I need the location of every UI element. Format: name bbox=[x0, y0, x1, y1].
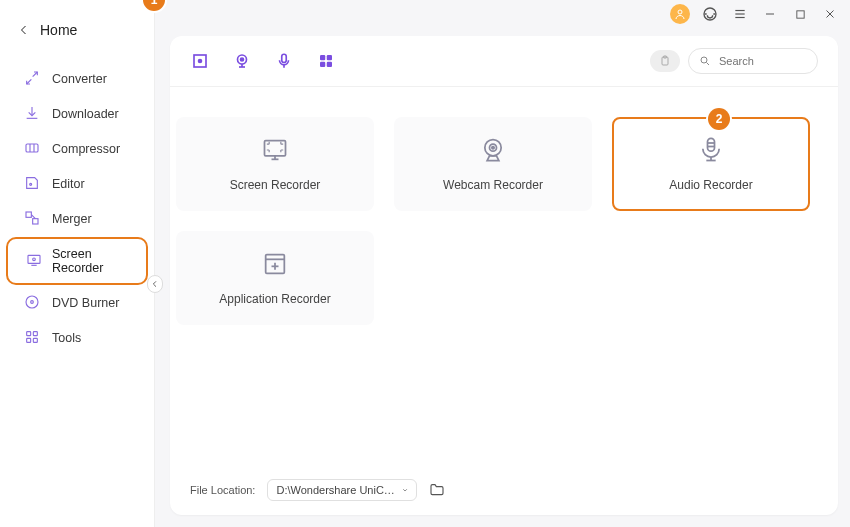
card-application-recorder[interactable]: Application Recorder bbox=[176, 231, 374, 325]
sidebar-item-converter[interactable]: Converter bbox=[6, 62, 148, 96]
home-label: Home bbox=[40, 22, 77, 38]
svg-rect-16 bbox=[33, 219, 38, 224]
sidebar: Home Converter Downloader Compressor Edi… bbox=[0, 0, 155, 527]
support-icon[interactable] bbox=[700, 4, 720, 24]
svg-line-17 bbox=[31, 215, 35, 219]
annotation-badge-2: 2 bbox=[708, 108, 730, 130]
close-icon[interactable] bbox=[820, 4, 840, 24]
file-location-select[interactable]: D:\Wondershare UniConverter 1 bbox=[267, 479, 417, 501]
sidebar-item-label: Tools bbox=[52, 331, 81, 345]
svg-point-0 bbox=[678, 10, 682, 14]
avatar-icon[interactable] bbox=[670, 4, 690, 24]
card-webcam-recorder[interactable]: Webcam Recorder bbox=[394, 117, 592, 211]
converter-icon bbox=[24, 70, 42, 88]
sidebar-item-label: Compressor bbox=[52, 142, 120, 156]
compress-icon bbox=[24, 140, 42, 158]
card-label: Screen Recorder bbox=[230, 178, 321, 192]
svg-point-19 bbox=[33, 258, 36, 261]
sidebar-item-label: Editor bbox=[52, 177, 85, 191]
search-box[interactable] bbox=[688, 48, 818, 74]
svg-point-14 bbox=[30, 183, 32, 185]
sidebar-item-label: Screen Recorder bbox=[52, 247, 128, 275]
footer: File Location: D:\Wondershare UniConvert… bbox=[190, 479, 445, 501]
svg-rect-36 bbox=[327, 55, 332, 60]
sidebar-item-screen-recorder[interactable]: Screen Recorder bbox=[6, 237, 148, 285]
card-audio-recorder[interactable]: 2 Audio Recorder bbox=[612, 117, 810, 211]
svg-line-10 bbox=[27, 79, 32, 84]
svg-rect-37 bbox=[320, 62, 325, 67]
svg-point-41 bbox=[701, 57, 707, 63]
open-folder-button[interactable] bbox=[429, 482, 445, 498]
svg-rect-6 bbox=[796, 10, 803, 17]
disc-icon bbox=[24, 294, 42, 312]
sidebar-item-label: Downloader bbox=[52, 107, 119, 121]
svg-rect-43 bbox=[265, 141, 286, 156]
application-icon bbox=[261, 250, 289, 278]
svg-rect-26 bbox=[33, 338, 37, 342]
microphone-icon bbox=[697, 136, 725, 164]
mode-audio-icon[interactable] bbox=[274, 51, 294, 71]
svg-rect-38 bbox=[327, 62, 332, 67]
sidebar-item-dvd-burner[interactable]: DVD Burner bbox=[6, 286, 148, 320]
download-icon bbox=[24, 105, 42, 123]
merger-icon bbox=[24, 210, 42, 228]
card-label: Webcam Recorder bbox=[443, 178, 543, 192]
maximize-icon[interactable] bbox=[790, 4, 810, 24]
clipboard-button[interactable] bbox=[650, 50, 680, 72]
svg-rect-11 bbox=[26, 144, 38, 152]
card-label: Application Recorder bbox=[219, 292, 330, 306]
sidebar-item-label: Converter bbox=[52, 72, 107, 86]
mode-webcam-icon[interactable] bbox=[232, 51, 252, 71]
nav: Converter Downloader Compressor Editor M… bbox=[0, 62, 154, 355]
svg-line-42 bbox=[707, 63, 710, 66]
sidebar-item-downloader[interactable]: Downloader bbox=[6, 97, 148, 131]
screen-icon bbox=[261, 136, 289, 164]
svg-rect-25 bbox=[27, 338, 31, 342]
sidebar-item-merger[interactable]: Merger 1 bbox=[6, 202, 148, 236]
search-icon bbox=[699, 55, 711, 67]
svg-point-48 bbox=[492, 147, 494, 149]
main-panel: Screen Recorder Webcam Recorder 2 Audio … bbox=[170, 36, 838, 515]
chevron-down-icon bbox=[402, 486, 408, 494]
search-input[interactable] bbox=[719, 55, 799, 67]
svg-rect-18 bbox=[28, 255, 40, 263]
sidebar-item-label: DVD Burner bbox=[52, 296, 119, 310]
tools-icon bbox=[24, 329, 42, 347]
file-location-value: D:\Wondershare UniConverter 1 bbox=[276, 484, 396, 496]
menu-icon[interactable] bbox=[730, 4, 750, 24]
svg-point-21 bbox=[26, 296, 38, 308]
svg-line-9 bbox=[33, 72, 38, 77]
svg-rect-23 bbox=[27, 332, 31, 336]
svg-point-30 bbox=[241, 58, 244, 61]
card-screen-recorder[interactable]: Screen Recorder bbox=[176, 117, 374, 211]
card-label: Audio Recorder bbox=[669, 178, 752, 192]
svg-point-22 bbox=[31, 301, 34, 304]
svg-point-28 bbox=[199, 60, 202, 63]
toolbar bbox=[170, 36, 838, 87]
sidebar-item-editor[interactable]: Editor bbox=[6, 167, 148, 201]
file-location-label: File Location: bbox=[190, 484, 255, 496]
mode-screen-icon[interactable] bbox=[190, 51, 210, 71]
editor-icon bbox=[24, 175, 42, 193]
recorder-cards: Screen Recorder Webcam Recorder 2 Audio … bbox=[170, 87, 838, 325]
mode-apps-icon[interactable] bbox=[316, 51, 336, 71]
sidebar-item-label: Merger bbox=[52, 212, 92, 226]
svg-rect-24 bbox=[33, 332, 37, 336]
sidebar-item-compressor[interactable]: Compressor bbox=[6, 132, 148, 166]
screen-recorder-icon bbox=[26, 252, 42, 270]
chevron-left-icon bbox=[18, 24, 30, 36]
mode-icons bbox=[190, 51, 336, 71]
minimize-icon[interactable] bbox=[760, 4, 780, 24]
annotation-badge-1: 1 bbox=[143, 0, 165, 11]
sidebar-item-tools[interactable]: Tools bbox=[6, 321, 148, 355]
home-link[interactable]: Home bbox=[0, 12, 154, 48]
svg-rect-33 bbox=[282, 54, 287, 62]
sidebar-collapse-button[interactable] bbox=[147, 275, 163, 293]
svg-rect-49 bbox=[708, 138, 715, 151]
svg-rect-15 bbox=[26, 212, 31, 217]
svg-rect-35 bbox=[320, 55, 325, 60]
window-controls bbox=[670, 0, 850, 24]
webcam-icon bbox=[479, 136, 507, 164]
